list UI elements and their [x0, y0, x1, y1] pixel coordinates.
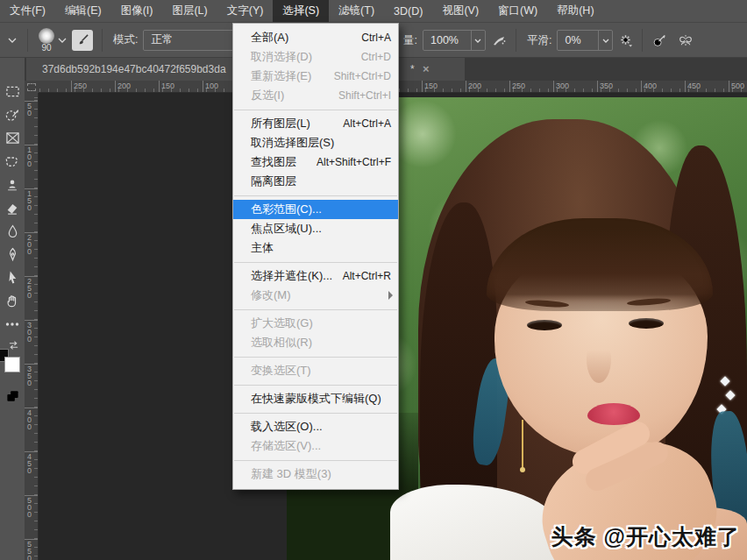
menu-item-0[interactable]: 全部(A)Ctrl+A: [233, 28, 398, 47]
ruler-tick: [71, 81, 72, 93]
brush-picker-chevron-icon[interactable]: [58, 38, 67, 43]
ruler-tick: [641, 81, 642, 93]
selection-brush-tool[interactable]: [3, 108, 22, 123]
ruler-tick: [685, 81, 686, 93]
menu-item-20[interactable]: 变换选区(T): [233, 361, 398, 380]
smoothing-chevron-icon[interactable]: [598, 31, 612, 50]
ruler-origin[interactable]: [25, 81, 39, 93]
menu-separator: [234, 357, 397, 358]
ruler-label: 450: [687, 82, 701, 90]
airbrush-icon[interactable]: [491, 33, 507, 47]
ruler-label: 400: [644, 82, 657, 90]
menu-item-label: 扩大选取(G): [251, 315, 391, 331]
foreground-color-swatch[interactable]: [4, 357, 20, 372]
menubar-item-7[interactable]: 3D(D): [384, 0, 432, 22]
menu-item-label: 取消选择图层(S): [251, 135, 391, 151]
menu-item-3[interactable]: 反选(I)Shift+Ctrl+I: [233, 86, 398, 105]
menubar-item-10[interactable]: 帮助(H): [547, 0, 603, 22]
paint-symmetry-butterfly-icon[interactable]: [678, 33, 694, 48]
divider: [102, 29, 103, 52]
direct-selection-tool[interactable]: [3, 270, 22, 285]
smoothing-options-gear-icon[interactable]: [618, 33, 633, 48]
ruler-label: 400: [27, 409, 32, 430]
ruler-tick: [597, 81, 598, 93]
pen-tool[interactable]: [3, 247, 22, 262]
menu-item-6[interactable]: 取消选择图层(S): [233, 133, 398, 152]
tools-panel: [0, 58, 25, 560]
menubar-item-8[interactable]: 视图(V): [432, 0, 488, 22]
hand-tool[interactable]: [3, 294, 22, 308]
eraser-tool[interactable]: [3, 201, 22, 216]
flow-value: 100%: [423, 34, 471, 46]
flow-chevron-icon[interactable]: [471, 31, 485, 50]
menu-item-7[interactable]: 查找图层Alt+Shift+Ctrl+F: [233, 152, 398, 172]
menu-separator: [234, 195, 397, 196]
blur-tool[interactable]: [3, 223, 22, 238]
ruler-label: 300: [27, 322, 32, 343]
menu-item-22[interactable]: 在快速蒙版模式下编辑(Q): [233, 389, 398, 408]
photoshop-window: 文件(F)编辑(E)图像(I)图层(L)文字(Y)选择(S)滤镜(T)3D(D)…: [0, 0, 747, 560]
ruler-tick: [509, 81, 510, 93]
menu-item-label: 变换选区(T): [251, 363, 391, 379]
pressure-size-icon[interactable]: [651, 33, 667, 48]
menubar-item-4[interactable]: 文字(Y): [217, 0, 274, 22]
menu-item-25[interactable]: 存储选区(V)...: [233, 436, 398, 456]
screen-mode-icon[interactable]: [5, 389, 20, 407]
menu-separator: [234, 110, 397, 110]
vertical-ruler[interactable]: 50100150200250300350400450500550: [25, 93, 39, 560]
ruler-label: 350: [600, 82, 613, 90]
photo-earring-left: [522, 420, 523, 468]
menubar-item-9[interactable]: 窗口(W): [488, 0, 547, 22]
menu-item-27[interactable]: 新建 3D 模型(3): [233, 464, 398, 484]
ruler-label: 250: [27, 278, 32, 299]
menu-separator: [234, 309, 397, 310]
menu-item-label: 在快速蒙版模式下编辑(Q): [251, 391, 391, 407]
menubar-item-5[interactable]: 选择(S): [273, 0, 329, 22]
menu-item-18[interactable]: 选取相似(R): [233, 333, 398, 352]
ruler-label: 200: [117, 82, 131, 90]
tool-preset-chevron-icon[interactable]: [8, 38, 17, 43]
divider: [516, 29, 516, 52]
ruler-label: 200: [468, 82, 481, 90]
clone-stamp-tool[interactable]: [3, 177, 22, 192]
menu-item-label: 选择并遮住(K)...: [251, 268, 343, 284]
menu-item-8[interactable]: 隔离图层: [233, 172, 398, 191]
menu-item-5[interactable]: 所有图层(L)Alt+Ctrl+A: [233, 114, 398, 133]
edit-toolbar-ellipsis[interactable]: [3, 316, 22, 331]
menubar-item-2[interactable]: 图像(I): [111, 0, 163, 22]
menu-item-14[interactable]: 选择并遮住(K)...Alt+Ctrl+R: [233, 266, 398, 286]
brush-preset-picker[interactable]: 90: [39, 28, 54, 53]
patch-tool[interactable]: [3, 154, 22, 169]
menu-separator: [234, 460, 397, 461]
menu-item-11[interactable]: 焦点区域(U)...: [233, 219, 398, 238]
brush-settings-toggle-button[interactable]: [72, 30, 93, 51]
menubar-item-3[interactable]: 图层(L): [162, 0, 217, 22]
swap-colors-icon[interactable]: [8, 338, 19, 354]
menu-item-17[interactable]: 扩大选取(G): [233, 314, 398, 333]
frame-tool[interactable]: [3, 131, 22, 145]
menu-item-15[interactable]: 修改(M): [233, 286, 398, 305]
photo-eye-right: [629, 318, 664, 329]
ruler-label: 150: [27, 190, 32, 211]
flow-select[interactable]: 100%: [423, 30, 486, 51]
brush-size-value: 90: [41, 43, 51, 53]
menubar-item-6[interactable]: 滤镜(T): [329, 0, 384, 22]
menu-item-2[interactable]: 重新选择(E)Shift+Ctrl+D: [233, 67, 398, 86]
ruler-label: 150: [161, 82, 174, 90]
smoothing-select[interactable]: 0%: [557, 30, 613, 51]
menu-item-12[interactable]: 主体: [233, 238, 398, 258]
menubar-item-1[interactable]: 编辑(E): [55, 0, 111, 22]
menu-item-shortcut: Shift+Ctrl+D: [334, 70, 391, 82]
tab-close-icon[interactable]: ×: [423, 62, 430, 75]
blend-mode-select[interactable]: 正常: [143, 30, 246, 51]
menu-item-24[interactable]: 载入选区(O)...: [233, 417, 398, 436]
menubar-item-0[interactable]: 文件(F): [0, 0, 55, 22]
menu-item-label: 存储选区(V)...: [251, 438, 391, 454]
menu-item-10[interactable]: 色彩范围(C)...: [233, 200, 398, 219]
menu-item-label: 焦点区域(U)...: [251, 221, 391, 237]
rectangular-marquee-tool[interactable]: [3, 84, 22, 99]
menu-item-label: 新建 3D 模型(3): [251, 466, 391, 482]
ruler-label: 150: [424, 82, 438, 90]
menu-item-shortcut: Ctrl+D: [361, 51, 391, 63]
menu-item-1[interactable]: 取消选择(D)Ctrl+D: [233, 47, 398, 67]
